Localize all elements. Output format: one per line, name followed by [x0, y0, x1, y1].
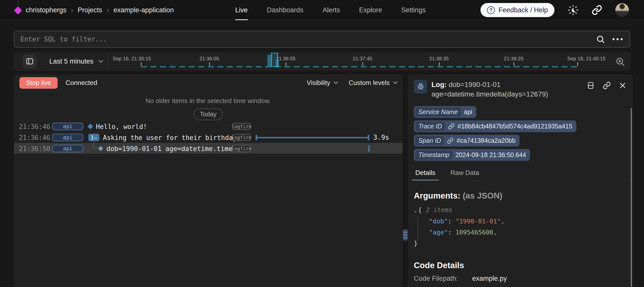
logo-stem	[18, 0, 18, 7]
split-panel-icon	[587, 81, 595, 89]
top-navigation-bar: christophergs › Projects › example-appli…	[0, 0, 644, 20]
timeline-tick-mark	[141, 62, 141, 66]
logfire-logo-icon[interactable]	[14, 6, 22, 15]
nav-tab-explore[interactable]: Explore	[359, 0, 382, 20]
link-icon	[447, 137, 454, 144]
breadcrumb-org[interactable]: christophergs	[26, 6, 66, 14]
feedback-help-button[interactable]: ? Feedback / Help	[480, 3, 554, 17]
log-row[interactable]: 21:36:46 api Hello, world! logfire	[14, 121, 403, 132]
attribute-value: 2024-09-18 21:36:50.644	[455, 151, 526, 159]
zoom-in-button[interactable]	[614, 56, 627, 68]
dock-layout-button[interactable]	[587, 81, 595, 89]
user-avatar[interactable]	[615, 3, 629, 17]
json-items-count: 2 items	[426, 206, 452, 214]
scope-badge[interactable]: logfire	[232, 123, 251, 130]
timeline-selection-region[interactable]	[271, 53, 278, 67]
json-comma: ,	[501, 218, 505, 225]
timeline-divider	[108, 54, 108, 68]
attribute-label: Span ID	[415, 136, 444, 145]
detail-header: Log: dob=1990-01-01 age=datetime.timedel…	[414, 80, 626, 99]
scrollbar-thumb[interactable]	[631, 108, 632, 287]
log-message: Asking the user for their birthday	[103, 134, 237, 141]
attribute-label: Service Name	[415, 107, 461, 117]
json-colon: :	[448, 229, 452, 236]
span-duration-bar	[256, 137, 369, 138]
json-number-value: 1095465600	[455, 229, 493, 236]
scope-badge[interactable]: logfire	[232, 145, 251, 152]
feedback-help-label: Feedback / Help	[498, 6, 548, 14]
histogram-bar[interactable]	[267, 55, 271, 66]
breadcrumb-project-name[interactable]: example-application	[113, 6, 174, 14]
log-time: 21:36:50	[19, 145, 50, 153]
link-icon	[592, 5, 602, 15]
service-badge[interactable]: api	[52, 123, 83, 130]
log-row[interactable]: 21:36:46 api 1– Asking the user for thei…	[14, 132, 403, 143]
timeline-tick-label: 21:37:45	[353, 56, 372, 62]
service-badge[interactable]: api	[52, 134, 83, 141]
breadcrumb-projects[interactable]: Projects	[78, 6, 102, 14]
detail-actions	[587, 80, 626, 89]
time-range-dropdown[interactable]: Last 5 minutes	[49, 52, 102, 71]
trace-id-pill[interactable]: Trace ID #18b84cb4847b5d574c4ad9121935a4…	[414, 120, 576, 132]
topbar-actions: ? Feedback / Help	[480, 0, 629, 20]
panel-left-icon	[26, 57, 34, 65]
json-comma: ,	[493, 229, 497, 236]
json-viewer: ⌄{2 items "dob": "1990-01-01", "age": 10…	[414, 205, 626, 249]
share-link-button[interactable]	[592, 5, 602, 15]
collapse-chevron-icon[interactable]: ⌄	[414, 207, 417, 213]
live-view-panel: Stop live Connected Visibility Custom le…	[14, 74, 403, 287]
sun-moon-icon	[568, 5, 579, 16]
json-key: "dob"	[429, 218, 448, 225]
timeline-tick-label: Sep 18, 21:40:15	[567, 56, 606, 62]
timeline-tick-mark	[363, 62, 363, 66]
copy-link-button[interactable]	[603, 81, 611, 89]
sidebar-toggle-button[interactable]	[23, 54, 37, 68]
today-button[interactable]: Today	[194, 108, 223, 120]
arguments-qualifier: (as JSON)	[463, 191, 502, 200]
close-panel-button[interactable]	[619, 82, 626, 89]
detail-title-text: dob=1990-01-01 age=datetime.timedelta(da…	[431, 81, 548, 98]
nav-tab-settings[interactable]: Settings	[401, 0, 426, 20]
search-icon[interactable]	[596, 35, 605, 44]
breadcrumb-separator-icon: ›	[107, 6, 109, 14]
span-duration-label: 3.9s	[373, 134, 389, 141]
json-indent-guide	[418, 216, 418, 242]
custom-levels-label: Custom levels	[349, 79, 390, 87]
nav-tab-live[interactable]: Live	[235, 0, 248, 20]
log-time: 21:36:46	[19, 134, 50, 141]
detail-title-prefix: Log:	[431, 81, 447, 88]
span-id-pill[interactable]: Span ID #ca741384ca2a20bb	[414, 135, 519, 147]
log-message: dob=1990-01-01 age=datetime.timede	[106, 145, 240, 153]
service-badge[interactable]: api	[52, 145, 83, 152]
chevron-down-icon	[334, 79, 338, 84]
timeline-tick-label: 21:38:35	[429, 56, 449, 62]
log-time-marker	[368, 145, 370, 152]
detail-tabs: Details Raw Data	[414, 167, 626, 180]
nav-tab-alerts[interactable]: Alerts	[323, 0, 340, 20]
service-name-pill[interactable]: Service Name api	[414, 106, 476, 118]
visibility-dropdown[interactable]: Visibility	[307, 79, 337, 87]
more-options-icon[interactable]	[613, 38, 623, 40]
json-root-line[interactable]: ⌄{2 items	[414, 205, 626, 216]
link-icon	[603, 81, 611, 89]
timeline-tick-label: 21:39:25	[504, 56, 524, 62]
timeline-tick-label: Sep 18, 21:35:15	[113, 56, 151, 62]
timestamp-pill[interactable]: Timestamp 2024-09-18 21:36:50.644	[414, 149, 530, 161]
arguments-heading-text: Arguments:	[414, 191, 460, 200]
log-row-selected[interactable]: 21:36:50 api dob=1990-01-01 age=datetime…	[14, 143, 403, 154]
arguments-heading: Arguments: (as JSON)	[414, 191, 626, 201]
sql-filter-bar	[14, 31, 630, 48]
theme-toggle-button[interactable]	[568, 5, 579, 16]
nav-tab-dashboards[interactable]: Dashboards	[267, 0, 304, 20]
panel-resize-handle[interactable]	[403, 229, 408, 241]
scope-badge[interactable]: logfire	[232, 134, 251, 141]
sql-filter-input[interactable]	[14, 35, 596, 43]
stop-live-button[interactable]: Stop live	[19, 77, 58, 89]
collapse-children-toggle[interactable]: 1–	[88, 134, 99, 141]
json-entry: "age": 1095465600,	[414, 227, 626, 238]
tab-details[interactable]: Details	[414, 167, 437, 180]
tab-raw-data[interactable]: Raw Data	[449, 167, 480, 180]
main-nav: Live Dashboards Alerts Explore Settings	[235, 0, 426, 20]
custom-levels-dropdown[interactable]: Custom levels	[349, 79, 397, 87]
attribute-value: api	[464, 108, 472, 116]
